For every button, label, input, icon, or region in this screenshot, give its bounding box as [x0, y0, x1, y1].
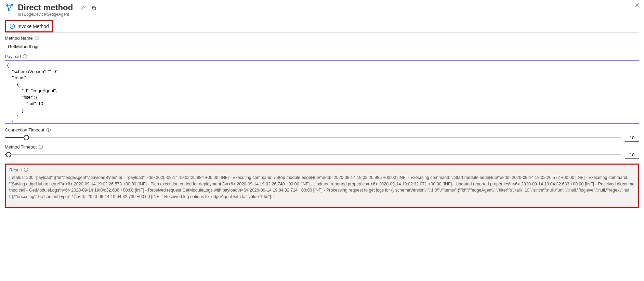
connection-timeout-slider[interactable]	[5, 134, 621, 141]
invoke-method-label: Invoke Method	[17, 24, 49, 29]
page-title: Direct method	[18, 3, 73, 13]
info-icon[interactable]: i	[24, 168, 28, 172]
close-button[interactable]	[634, 3, 639, 9]
toolbar: Invoke Method	[5, 18, 639, 33]
info-icon[interactable]: i	[23, 54, 27, 58]
svg-rect-3	[93, 7, 96, 10]
method-name-label: Method Name i	[5, 36, 639, 41]
svg-point-0	[6, 4, 8, 5]
pin-button[interactable]	[79, 5, 86, 13]
info-icon[interactable]: i	[47, 128, 51, 132]
invoke-method-button[interactable]: Invoke Method	[5, 20, 53, 32]
direct-method-icon	[5, 3, 14, 12]
invoke-icon	[9, 23, 15, 29]
method-name-input[interactable]	[5, 42, 639, 51]
svg-rect-4	[93, 6, 95, 9]
result-text: {"status":200,"payload":[{"id":"edgeAgen…	[9, 174, 635, 200]
method-timeout-label: Method Timeout i	[5, 144, 639, 150]
slider-thumb[interactable]	[6, 152, 11, 157]
connection-timeout-label: Connection Timeout i	[5, 127, 639, 132]
method-timeout-value[interactable]	[625, 151, 639, 159]
svg-point-1	[11, 4, 13, 6]
slider-thumb[interactable]	[24, 135, 29, 140]
copy-button[interactable]	[91, 5, 97, 13]
close-icon	[634, 3, 639, 8]
page-header: Direct method IoTEdgeDevice/$edgeAgent	[5, 3, 639, 17]
result-label: Result i	[9, 167, 635, 172]
breadcrumb: IoTEdgeDevice/$edgeAgent	[18, 12, 73, 17]
info-icon[interactable]: i	[39, 145, 43, 149]
payload-input[interactable]	[5, 60, 639, 124]
result-panel: Result i {"status":200,"payload":[{"id":…	[5, 164, 639, 208]
payload-label: Payload i	[5, 54, 639, 59]
info-icon[interactable]: i	[35, 36, 39, 40]
connection-timeout-value[interactable]	[625, 134, 639, 142]
copy-icon	[91, 5, 97, 11]
svg-point-2	[8, 9, 10, 11]
method-timeout-slider[interactable]	[5, 151, 621, 158]
pin-icon	[80, 5, 85, 11]
